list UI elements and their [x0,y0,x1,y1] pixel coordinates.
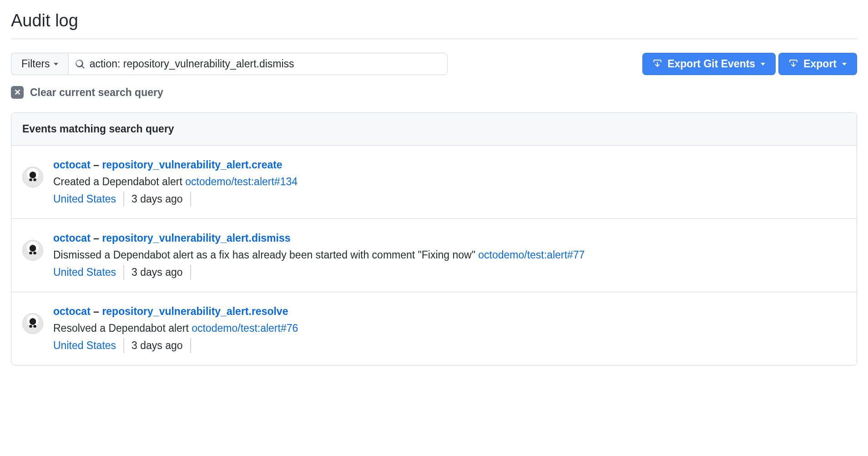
event-meta: United States 3 days ago [53,192,846,207]
reference-link[interactable]: octodemo/test:alert#134 [185,176,298,187]
event-body: octocat – repository_vulnerability_alert… [53,157,846,207]
description-text: Created a Dependabot alert [53,176,185,187]
panel-header: Events matching search query [11,113,857,146]
filters-search-group: Filters [11,53,448,75]
timestamp: 3 days ago [124,265,191,280]
divider [11,39,857,39]
caret-down-icon [54,63,58,66]
reference-link[interactable]: octodemo/test:alert#77 [478,249,585,261]
action-link[interactable]: repository_vulnerability_alert.dismiss [102,232,290,244]
event-title: octocat – repository_vulnerability_alert… [53,304,846,319]
page-title: Audit log [11,11,857,30]
caret-down-icon [761,63,765,66]
reference-link[interactable]: octodemo/test:alert#76 [192,322,298,334]
export-button[interactable]: Export [778,53,857,75]
location-link[interactable]: United States [53,192,124,207]
event-meta: United States 3 days ago [53,265,846,280]
export-label: Export [803,58,837,70]
dash: – [93,305,102,317]
event-row: octocat – repository_vulnerability_alert… [11,292,857,365]
timestamp: 3 days ago [124,192,191,207]
search-input[interactable] [90,58,441,70]
search-wrap [68,53,448,75]
caret-down-icon [842,63,847,66]
filters-button[interactable]: Filters [11,53,68,75]
event-title: octocat – repository_vulnerability_alert… [53,157,846,172]
clear-search-row[interactable]: ✕ Clear current search query [11,86,857,99]
avatar[interactable] [22,167,43,187]
location-link[interactable]: United States [53,265,124,280]
export-git-label: Export Git Events [667,58,755,70]
action-link[interactable]: repository_vulnerability_alert.resolve [102,305,288,317]
toolbar: Filters Export Git Events Export [11,53,857,75]
event-row: octocat – repository_vulnerability_alert… [11,146,857,219]
location-link[interactable]: United States [53,338,124,353]
clear-search-label: Clear current search query [30,86,163,99]
spacer [450,53,640,75]
dash: – [93,232,102,244]
dash: – [93,159,102,171]
actor-link[interactable]: octocat [53,305,91,317]
export-git-events-button[interactable]: Export Git Events [642,53,776,75]
action-link[interactable]: repository_vulnerability_alert.create [102,159,282,171]
event-title: octocat – repository_vulnerability_alert… [53,231,846,246]
event-row: octocat – repository_vulnerability_alert… [11,219,857,292]
timestamp: 3 days ago [124,338,191,353]
close-icon[interactable]: ✕ [11,86,24,99]
event-description: Dismissed a Dependabot alert as a fix ha… [53,248,846,263]
download-icon [653,60,662,69]
description-text: Dismissed a Dependabot alert as a fix ha… [53,249,478,261]
event-body: octocat – repository_vulnerability_alert… [53,231,846,280]
event-meta: United States 3 days ago [53,338,846,353]
actor-link[interactable]: octocat [53,232,91,244]
results-panel: Events matching search query octocat – r… [11,112,857,365]
avatar[interactable] [22,240,43,261]
description-text: Resolved a Dependabot alert [53,322,192,334]
filters-label: Filters [21,58,50,70]
download-icon [789,60,798,69]
event-description: Resolved a Dependabot alert octodemo/tes… [53,321,846,336]
event-description: Created a Dependabot alert octodemo/test… [53,174,846,189]
actor-link[interactable]: octocat [53,159,91,171]
event-body: octocat – repository_vulnerability_alert… [53,304,846,353]
search-icon [75,59,85,69]
avatar[interactable] [22,313,43,334]
